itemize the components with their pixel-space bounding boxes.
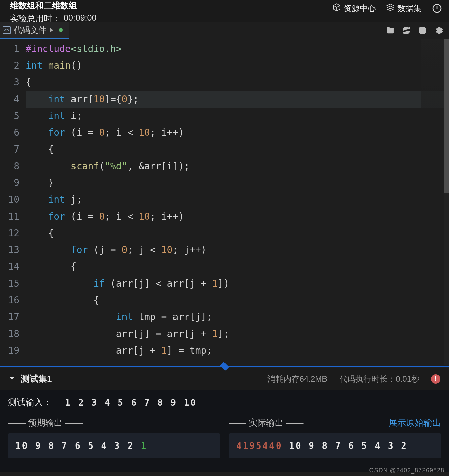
tab-bar: <> 代码文件 [0,22,449,39]
code-line[interactable]: arr[j + 1] = tmp; [26,342,449,359]
expected-header: —— 预期输出 —— [8,417,220,429]
code-line[interactable]: for (j = 0; j < 10; j++) [26,242,449,258]
resource-center-label: 资源中心 [344,3,376,14]
folder-icon[interactable] [386,26,395,35]
code-line[interactable]: { [26,225,449,242]
layers-icon [386,3,395,14]
code-line[interactable]: int main() [26,57,449,74]
test-panel-body: 测试输入： 1 2 3 4 5 6 7 8 9 10 —— 预期输出 —— ——… [0,390,449,472]
refresh-icon[interactable] [402,26,411,35]
app-header: 维数组和二维数组 实验总用时： 00:09:00 资源中心 数据集 [0,0,449,22]
minimap[interactable] [421,39,444,113]
actual-output-bad: 4195440 [236,441,289,451]
scroll-thumb[interactable] [444,39,449,193]
memory-stat: 消耗内存64.2MB [267,374,328,384]
expected-output-diff: 1 [141,441,147,451]
watermark: CSDN @2402_87269828 [369,467,444,474]
code-file-icon: <> [3,26,11,34]
code-line[interactable]: scanf("%d", &arr[i]); [26,158,449,175]
actual-output-box: 4195440 10 9 8 7 6 5 4 3 2 [229,433,441,458]
code-line[interactable]: { [26,292,449,309]
page-title: 维数组和二维数组 [10,0,77,11]
header-right: 资源中心 数据集 [332,0,442,17]
code-line[interactable]: for (i = 0; i < 10; i++) [26,124,449,141]
expected-output-common: 10 9 8 7 6 5 4 3 2 [15,441,141,451]
code-line[interactable]: #include<stdio.h> [26,41,449,57]
test-set-title: 测试集1 [21,373,52,385]
editor-toolbar [386,22,449,39]
cube-icon [332,3,341,14]
code-line[interactable]: } [26,175,449,191]
code-line[interactable]: arr[j] = arr[j + 1]; [26,325,449,342]
tab-code-file[interactable]: <> 代码文件 [0,22,69,39]
outputs-grid: 10 9 8 7 6 5 4 3 2 1 4195440 10 9 8 7 6 … [8,433,441,458]
dataset-label: 数据集 [397,3,421,14]
code-line[interactable]: int arr[10]={0}; [26,91,449,108]
code-line[interactable]: int tmp = arr[j]; [26,309,449,325]
gear-icon[interactable] [434,26,443,35]
tab-label: 代码文件 [14,25,46,36]
code-area[interactable]: #include<stdio.h>int main(){ int arr[10]… [26,39,449,365]
dirty-indicator [59,28,63,32]
outputs-header: —— 预期输出 —— —— 实际输出 —— 展示原始输出 [8,417,441,429]
code-line[interactable]: { [26,141,449,158]
play-icon [50,28,53,33]
dataset-link[interactable]: 数据集 [386,3,421,14]
test-panel-header: 测试集1 消耗内存64.2MB 代码执行时长：0.01秒 ! [0,368,449,390]
error-badge: ! [431,374,440,384]
test-input-values: 1 2 3 4 5 6 7 8 9 10 [65,398,197,408]
power-button[interactable] [432,3,442,14]
code-line[interactable]: { [26,258,449,275]
collapse-toggle[interactable] [9,375,15,383]
resource-center-link[interactable]: 资源中心 [332,3,376,14]
code-line[interactable]: int i; [26,108,449,124]
actual-header: —— 实际输出 —— [229,417,303,429]
code-line[interactable]: { [26,74,449,91]
exec-time-stat: 代码执行时长：0.01秒 [339,374,419,384]
vertical-scrollbar[interactable] [444,39,449,365]
split-handle[interactable] [0,365,449,368]
code-line[interactable]: if (arr[j] < arr[j + 1]) [26,275,449,292]
code-line[interactable]: for (i = 0; i < 10; i++) [26,208,449,225]
show-raw-output-link[interactable]: 展示原始输出 [389,417,441,429]
test-input-label: 测试输入： [8,397,52,408]
line-gutter: 12345678910111213141516171819 [0,39,26,365]
code-editor[interactable]: 12345678910111213141516171819 #include<s… [0,39,449,365]
header-left: 维数组和二维数组 实验总用时： 00:09:00 [10,0,96,24]
history-icon[interactable] [418,26,427,35]
actual-output-common: 10 9 8 7 6 5 4 3 2 [289,441,408,451]
code-line[interactable]: int j; [26,191,449,208]
expected-output-box: 10 9 8 7 6 5 4 3 2 1 [8,433,220,458]
test-input-row: 测试输入： 1 2 3 4 5 6 7 8 9 10 [8,397,441,408]
